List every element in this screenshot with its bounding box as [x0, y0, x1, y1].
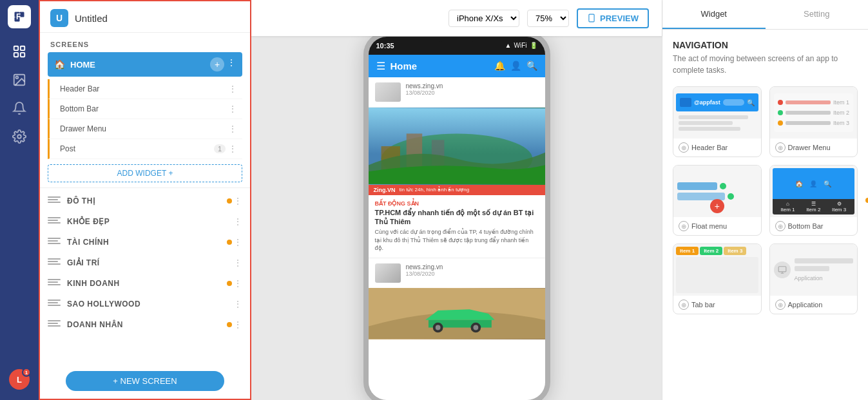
navigation-title: NAVIGATION — [673, 40, 858, 50]
zoom-selector[interactable]: 75% — [527, 10, 569, 27]
sub-item-more[interactable]: ⋮ — [228, 144, 237, 154]
add-icon: ⊕ — [775, 300, 786, 310]
screen-more[interactable]: ⋮ — [233, 196, 242, 206]
bb-item-3: ⚙Item 3 — [832, 201, 846, 213]
search-icon: 🔍 — [526, 61, 537, 71]
preview-button[interactable]: PREVIEW — [577, 8, 649, 28]
sub-item-more[interactable]: ⋮ — [228, 124, 237, 134]
tab-item-2: Item 2 — [700, 247, 722, 255]
tab-widget[interactable]: Widget — [662, 0, 766, 29]
add-icon: ⊕ — [775, 221, 786, 231]
user-icon: 👤 — [510, 61, 521, 71]
breaking-label: tin tức 24h, hình ảnh ấn tượng — [400, 187, 470, 193]
screen-more[interactable]: ⋮ — [233, 216, 242, 227]
sub-item-header-bar[interactable]: Header Bar ⋮ — [48, 79, 242, 99]
screen-giai-tri[interactable]: GIẢI TRÍ ⋮ — [40, 252, 250, 273]
navigation-description: The act of moving between screens of an … — [673, 53, 858, 76]
widget-drawer-menu-label: ⊕ Drawer Menu — [770, 138, 858, 157]
widget-header-bar[interactable]: @appfast 🔍 ⊕ Header Bar — [673, 86, 762, 157]
sub-item-label: Header Bar — [60, 84, 228, 93]
screen-nav-icon — [48, 196, 61, 205]
widget-bottom-bar-label: ⊕ Bottom Bar — [770, 217, 858, 235]
widget-header-bar-preview: @appfast 🔍 — [673, 87, 761, 138]
notification-badge: 1 — [22, 368, 31, 377]
screen-khoe-dep[interactable]: KHỎE ĐẸP ⋮ — [40, 211, 250, 232]
news-source: news.zing.vn — [406, 82, 443, 90]
add-widget-button[interactable]: ADD WIDGET + — [48, 164, 242, 182]
widget-tab-bar[interactable]: Item 1 Item 2 Item 3 ⊕ Tab bar — [673, 243, 762, 314]
svg-rect-22 — [778, 267, 786, 272]
screen-more[interactable]: ⋮ — [233, 237, 242, 247]
screens-panel: U Untitled SCREENS 🏠 HOME + ⋮ Header Bar… — [39, 0, 251, 400]
screens-header: U Untitled — [40, 1, 250, 33]
sub-item-more[interactable]: ⋮ — [228, 104, 237, 114]
right-tabs: Widget Setting — [662, 0, 868, 30]
screen-nav-label: TÀI CHÍNH — [67, 238, 233, 247]
nav-image-icon[interactable] — [6, 67, 32, 93]
svg-rect-4 — [14, 53, 18, 57]
screen-more[interactable]: ⋮ — [233, 278, 242, 289]
search-sm-icon: 🔍 — [824, 180, 831, 187]
widget-tab-preview: Item 1 Item 2 Item 3 — [673, 244, 761, 296]
app-header-title: Home — [391, 61, 489, 71]
screens-label: SCREENS — [40, 33, 250, 52]
screen-more[interactable]: ⋮ — [233, 299, 242, 309]
app-header-icons: 🔔 👤 🔍 — [494, 61, 537, 71]
screen-kinh-doanh[interactable]: KINH DOANH ⋮ — [40, 273, 250, 294]
screen-nav-icon — [48, 279, 61, 288]
preview-label: PREVIEW — [600, 14, 639, 23]
screen-nav-icon — [48, 217, 61, 226]
home-screen-item[interactable]: 🏠 HOME + ⋮ — [48, 52, 242, 77]
news-banner: Zing.VN tin tức 24h, hình ảnh ấn tượng — [369, 185, 545, 195]
screen-nav-label: SAO HOLLYWOOD — [67, 300, 233, 309]
new-screen-button[interactable]: + NEW SCREEN — [66, 371, 224, 391]
nav-settings-icon[interactable] — [6, 124, 32, 149]
svg-rect-5 — [21, 53, 24, 57]
article-category: BẤT ĐỘNG SẢN — [375, 200, 539, 207]
widget-application[interactable]: Application ⊕ Application — [769, 243, 858, 314]
nav-bell-icon[interactable] — [6, 95, 32, 121]
screen-nav-label: GIẢI TRÍ — [67, 258, 233, 267]
tab-item-1: Item 1 — [676, 247, 699, 255]
article-section: BẤT ĐỘNG SẢN TP.HCM đẩy nhanh tiến độ mộ… — [369, 195, 545, 258]
widget-name: Tab bar — [691, 301, 715, 309]
add-icon: ⊕ — [679, 142, 689, 153]
sub-item-post[interactable]: Post 1 ⋮ — [48, 139, 242, 159]
screen-do-thi[interactable]: ĐÔ THỊ ⋮ — [40, 191, 250, 211]
widget-header-bar-label: ⊕ Header Bar — [673, 138, 761, 157]
screen-more[interactable]: ⋮ — [233, 319, 242, 330]
app-logo[interactable]: F — [8, 5, 31, 28]
screen-sao-hollywood[interactable]: SAO HOLLYWOOD ⋮ — [40, 294, 250, 314]
sub-item-more[interactable]: ⋮ — [228, 84, 237, 94]
home-add-button[interactable]: + — [210, 57, 224, 71]
widget-name: Float menu — [691, 222, 727, 230]
sub-item-drawer-menu[interactable]: Drawer Menu ⋮ — [48, 119, 242, 139]
widget-name: Drawer Menu — [788, 144, 831, 151]
article-title: TP.HCM đẩy nhanh tiến độ một số dự án BT… — [375, 208, 539, 227]
device-selector[interactable]: iPhone X/Xs — [448, 10, 519, 27]
screen-nav-icon — [48, 300, 61, 309]
screen-nav-label: ĐÔ THỊ — [67, 196, 233, 205]
screen-more[interactable]: ⋮ — [233, 258, 242, 268]
widget-bottom-bar[interactable]: 🏠 👤 🔍 ⌂Item 1 ☰Item 2 ⚙Item 3 ⊕ Bottom — [769, 165, 858, 236]
orange-dot — [227, 322, 232, 327]
home-more-button[interactable]: ⋮ — [227, 57, 236, 71]
widget-float-preview: + — [673, 166, 761, 217]
tab-setting[interactable]: Setting — [766, 0, 869, 29]
nav-layers-icon[interactable] — [6, 39, 32, 64]
widget-drawer-menu[interactable]: Item 1 Item 2 Item 3 — [769, 86, 858, 157]
user-avatar[interactable]: L 1 — [9, 369, 30, 390]
screen-nav-label: KHỎE ĐẸP — [67, 217, 233, 226]
widget-float-menu[interactable]: + ⊕ Float menu — [673, 165, 762, 236]
sub-item-label: Drawer Menu — [60, 124, 228, 133]
screen-doanh-nhan[interactable]: DOANH NHÂN ⋮ — [40, 314, 250, 335]
screen-tai-chinh[interactable]: TÀI CHÍNH ⋮ — [40, 232, 250, 252]
news-date-2: 13/08/2020 — [406, 271, 443, 277]
article-description: Cùng với các dự án trọng điểm của TP, 4 … — [375, 228, 539, 252]
widget-name: Header Bar — [691, 144, 728, 151]
bell-icon: 🔔 — [494, 61, 505, 71]
sub-item-bottom-bar[interactable]: Bottom Bar ⋮ — [48, 99, 242, 119]
app-header: ☰ Home 🔔 👤 🔍 — [369, 55, 545, 77]
svg-point-20 — [435, 325, 440, 330]
widget-grid: @appfast 🔍 ⊕ Header Bar — [673, 86, 858, 314]
